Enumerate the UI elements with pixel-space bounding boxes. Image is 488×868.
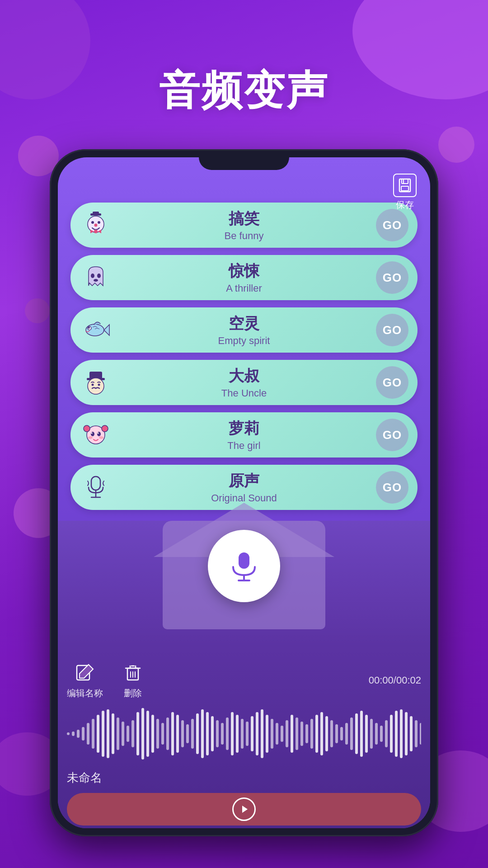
effect-original-text: 原声 Original Sound — [120, 471, 368, 504]
effect-be-funny-text: 搞笑 Be funny — [120, 208, 368, 242]
phone-frame: 保存 — [50, 149, 438, 836]
wave-bar — [211, 716, 214, 751]
wave-bar — [236, 715, 239, 753]
waveform-container: 编辑名称 — [67, 661, 421, 826]
svg-point-30 — [99, 436, 103, 439]
fish-icon — [80, 314, 112, 346]
svg-rect-1 — [402, 179, 408, 184]
wave-bar — [216, 720, 219, 747]
wave-bar — [385, 720, 388, 747]
wave-bar — [131, 720, 134, 747]
svg-point-28 — [98, 433, 99, 434]
wave-bar — [300, 722, 303, 746]
svg-point-12 — [97, 274, 101, 278]
play-bar[interactable] — [67, 793, 421, 826]
wave-bar — [87, 723, 89, 745]
wave-bar — [380, 726, 383, 742]
go-btn-uncle[interactable]: GO — [376, 366, 408, 399]
save-button-area[interactable]: 保存 — [393, 174, 417, 211]
go-btn-original[interactable]: GO — [376, 471, 408, 504]
uncle-icon — [80, 366, 112, 399]
wave-bar — [305, 724, 308, 743]
time-display: 00:00/00:02 — [369, 675, 421, 686]
effect-empty-spirit-text: 空灵 Empty spirit — [120, 313, 368, 347]
svg-rect-5 — [93, 212, 99, 214]
phone-notch — [199, 157, 289, 170]
wave-bar — [266, 715, 268, 753]
svg-point-13 — [94, 279, 98, 282]
wave-bar — [181, 720, 184, 747]
wave-bar — [415, 720, 418, 747]
wave-bar — [136, 712, 139, 755]
save-icon — [393, 174, 417, 197]
wave-bar — [176, 715, 179, 753]
go-btn-girl[interactable]: GO — [376, 419, 408, 451]
wave-bar — [325, 716, 328, 751]
wave-bar — [171, 712, 174, 755]
svg-point-26 — [97, 432, 101, 436]
wave-bar — [77, 730, 80, 738]
svg-point-9 — [94, 224, 98, 227]
wave-bar — [146, 711, 149, 757]
wave-bar — [296, 717, 298, 750]
wave-bar — [97, 715, 99, 753]
play-button[interactable] — [232, 797, 256, 821]
wave-bar — [310, 719, 313, 749]
wave-bar — [390, 715, 393, 753]
effect-uncle[interactable]: 大叔 The Uncle GO — [70, 360, 418, 405]
effect-girl-text: 萝莉 The girl — [120, 418, 368, 452]
wave-bar — [355, 713, 358, 754]
svg-rect-31 — [91, 476, 100, 490]
wave-bar — [246, 722, 249, 746]
go-btn-thriller[interactable]: GO — [376, 261, 408, 294]
waveform-controls: 编辑名称 — [67, 661, 421, 699]
wave-bar — [395, 711, 398, 757]
wave-bar — [405, 712, 408, 755]
wave-bar — [286, 720, 288, 747]
svg-point-29 — [88, 436, 93, 439]
wave-bar — [345, 723, 348, 745]
wave-bar — [251, 716, 253, 751]
effect-be-funny[interactable]: 搞笑 Be funny GO — [70, 203, 418, 248]
wave-bar — [340, 727, 343, 741]
svg-point-7 — [91, 221, 94, 224]
mic-house — [163, 503, 325, 629]
wave-bar — [420, 723, 421, 745]
go-btn-be-funny[interactable]: GO — [376, 209, 408, 241]
delete-button[interactable]: 删除 — [121, 661, 145, 699]
delete-label: 删除 — [124, 687, 142, 699]
wave-bar — [166, 717, 169, 750]
wave-bar — [375, 723, 378, 745]
edit-icon — [73, 661, 97, 684]
wave-bar — [271, 719, 273, 749]
effect-girl[interactable]: 萝莉 The girl GO — [70, 412, 418, 458]
wave-bar — [276, 723, 278, 745]
mic-small-icon — [80, 471, 112, 504]
wave-bar — [122, 722, 124, 746]
svg-point-25 — [91, 432, 94, 436]
effect-empty-spirit[interactable]: 空灵 Empty spirit GO — [70, 307, 418, 353]
edit-label: 编辑名称 — [67, 687, 103, 699]
file-name: 未命名 — [67, 770, 421, 786]
edit-name-button[interactable]: 编辑名称 — [67, 661, 103, 699]
svg-point-21 — [98, 384, 100, 386]
effect-thriller-text: 惊悚 A thriller — [120, 261, 368, 294]
phone-screen: 保存 — [58, 157, 430, 828]
wave-bar — [350, 717, 353, 750]
wave-bar — [67, 732, 70, 735]
bg-decoration-6 — [438, 127, 474, 163]
wave-bar — [92, 719, 94, 749]
wave-bar — [151, 715, 154, 753]
go-btn-empty-spirit[interactable]: GO — [376, 314, 408, 346]
effect-thriller[interactable]: 惊悚 A thriller GO — [70, 255, 418, 300]
svg-point-8 — [98, 221, 100, 224]
effect-uncle-text: 大叔 The Uncle — [120, 366, 368, 399]
wave-bar — [141, 708, 144, 760]
wave-bar — [127, 726, 129, 742]
wave-bar — [112, 713, 114, 754]
mic-record-button[interactable] — [208, 530, 280, 602]
effects-list: 搞笑 Be funny GO — [70, 203, 418, 510]
wave-bar — [370, 719, 373, 749]
wave-bar — [156, 719, 159, 749]
wave-bar — [330, 720, 333, 747]
